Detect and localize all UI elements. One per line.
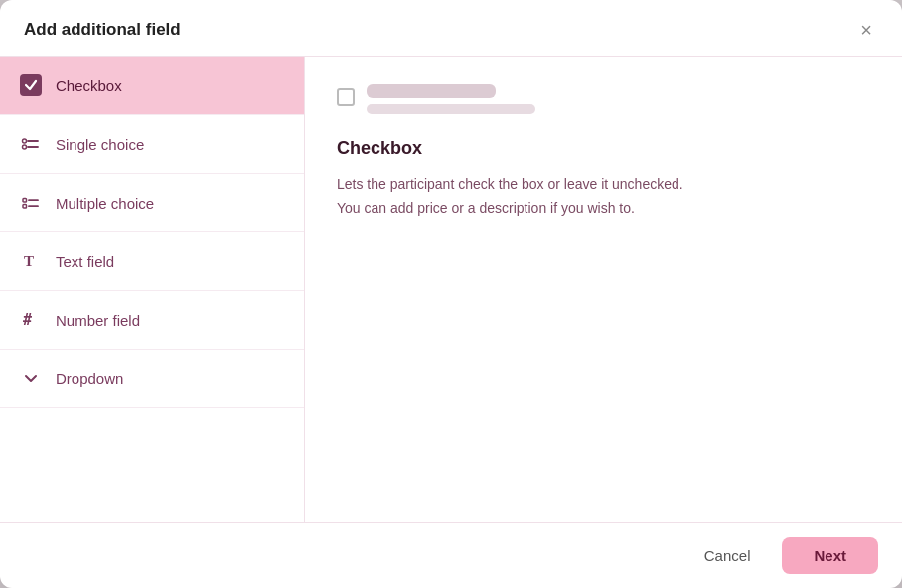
sidebar-item-number-field[interactable]: # Number field — [0, 291, 304, 350]
sidebar-item-label-text-field: Text field — [56, 253, 114, 270]
text-field-icon: T — [20, 250, 42, 272]
sidebar-item-text-field[interactable]: T Text field — [0, 232, 304, 291]
next-button[interactable]: Next — [782, 537, 878, 574]
modal-body: Checkbox Single choice — [0, 57, 902, 522]
field-description: Lets the participant check the box or le… — [337, 173, 870, 220]
field-title: Checkbox — [337, 138, 870, 159]
preview-lines — [367, 84, 535, 114]
single-choice-icon — [20, 133, 42, 155]
checkbox-icon — [20, 74, 42, 96]
preview-checkbox — [337, 88, 355, 106]
svg-rect-4 — [23, 199, 27, 203]
modal: Add additional field × Checkbox — [0, 0, 902, 588]
sidebar-item-label-single-choice: Single choice — [56, 136, 144, 153]
cancel-button[interactable]: Cancel — [684, 537, 771, 574]
svg-point-2 — [23, 139, 27, 143]
sidebar-item-label-checkbox: Checkbox — [56, 77, 122, 94]
svg-text:#: # — [23, 311, 32, 329]
sidebar-empty-space — [0, 408, 304, 522]
sidebar-item-single-choice[interactable]: Single choice — [0, 115, 304, 174]
close-button[interactable]: × — [854, 18, 878, 42]
preview-line-2 — [367, 104, 535, 114]
field-desc-line1: Lets the participant check the box or le… — [337, 176, 683, 192]
sidebar-item-checkbox[interactable]: Checkbox — [0, 57, 304, 115]
sidebar-item-multiple-choice[interactable]: Multiple choice — [0, 174, 304, 232]
svg-point-3 — [23, 145, 27, 149]
modal-title: Add additional field — [24, 20, 181, 40]
modal-overlay: Add additional field × Checkbox — [0, 0, 902, 588]
preview-line-1 — [367, 84, 496, 98]
modal-header: Add additional field × — [0, 0, 902, 57]
svg-text:T: T — [24, 253, 34, 269]
number-field-icon: # — [20, 309, 42, 331]
multiple-choice-icon — [20, 192, 42, 214]
sidebar: Checkbox Single choice — [0, 57, 305, 522]
content-area: Checkbox Lets the participant check the … — [305, 57, 902, 522]
sidebar-item-label-number-field: Number field — [56, 312, 140, 329]
sidebar-item-label-multiple-choice: Multiple choice — [56, 195, 154, 212]
modal-footer: Cancel Next — [0, 522, 902, 588]
dropdown-icon — [20, 368, 42, 389]
sidebar-item-dropdown[interactable]: Dropdown — [0, 350, 304, 408]
svg-rect-5 — [23, 205, 27, 209]
sidebar-item-label-dropdown: Dropdown — [56, 370, 123, 387]
preview-row — [337, 84, 870, 114]
field-desc-line2: You can add price or a description if yo… — [337, 200, 635, 216]
